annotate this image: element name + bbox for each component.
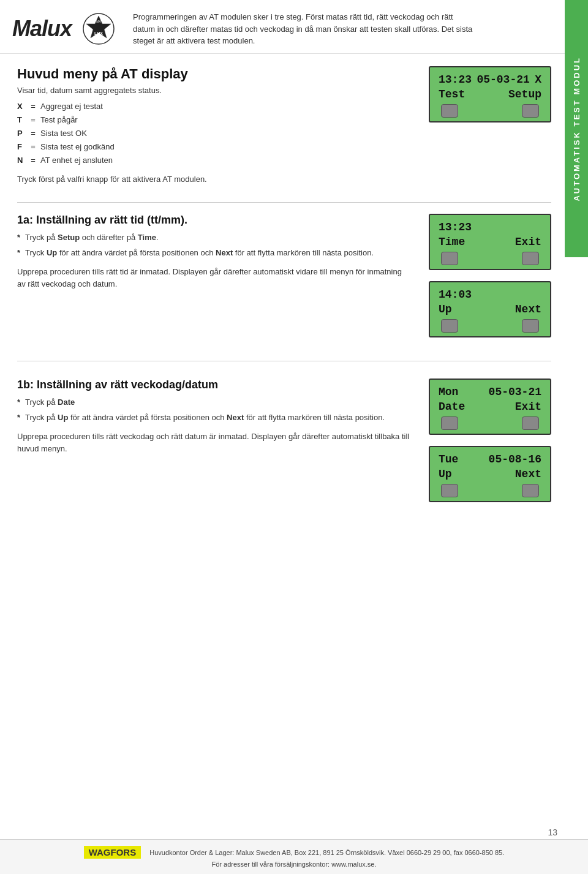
- bullet-text-1a-2: Tryck Up för att ändra värdet på första …: [25, 247, 374, 260]
- bullet-text-1a-1: Tryck på Setup och därefter på Time.: [25, 232, 159, 244]
- lcd-1a-bottom-buttons: [439, 319, 541, 333]
- lcd-1b-top-label: Date: [439, 401, 465, 413]
- lcd-1b-bottom-next: Next: [515, 468, 541, 480]
- lcd-1b-bottom-buttons: [439, 484, 541, 497]
- val-x: Aggregat ej testat: [40, 100, 103, 113]
- lcd-1a-top-buttons: [439, 252, 541, 265]
- wagfors-logo: WAGFORS: [84, 846, 141, 859]
- section-huvud-meny: Huvud meny på AT display Visar tid, datu…: [17, 66, 551, 186]
- footer-line1: Huvudkontor Order & Lager: Malux Sweden …: [149, 849, 504, 856]
- bullet-star-1b-1: *: [17, 396, 20, 409]
- svg-text:LUX: LUX: [94, 31, 103, 36]
- lcd-main-row2: Test Setup: [439, 88, 541, 100]
- eq-x: =: [28, 100, 38, 113]
- lcd-1a-bottom-row2: Up Next: [439, 303, 541, 315]
- bullet-star-2: *: [17, 247, 20, 260]
- lcd-1a-bottom-up: Up: [439, 303, 452, 315]
- section-1a: 1a: Inställning av rätt tid (tt/mm). * T…: [17, 214, 551, 344]
- lcd-1b-top-row2: Date Exit: [439, 401, 541, 413]
- lcd-1a-top: 13:23 Time Exit: [429, 214, 551, 270]
- section-1b-left: 1b: Inställning av rätt veckodag/datum *…: [17, 379, 410, 454]
- malux-emblem: LUX MA: [83, 13, 115, 45]
- bullet-1a-1: * Tryck på Setup och därefter på Time.: [17, 232, 410, 244]
- lcd-1b-top-row1: Mon 05-03-21: [439, 386, 541, 398]
- lcd-1b-top-btn-right[interactable]: [522, 416, 539, 430]
- lcd-1a-top-label: Time: [439, 236, 465, 248]
- lcd-1a-top-btn-left[interactable]: [441, 252, 458, 265]
- displays-stack-1b: Mon 05-03-21 Date Exit: [429, 379, 551, 508]
- section-1b-right: Mon 05-03-21 Date Exit: [429, 379, 551, 508]
- lcd-1a-top-btn-right[interactable]: [522, 252, 539, 265]
- malux-logo: Malux: [12, 16, 72, 42]
- side-banner: AUTOMATISK TEST MODUL: [565, 0, 588, 257]
- lcd-1b-bottom-btn-left[interactable]: [441, 484, 458, 497]
- lcd-1a-bottom-btn-right[interactable]: [522, 319, 539, 333]
- main-content: Huvud meny på AT display Visar tid, datu…: [0, 54, 588, 538]
- eq-p: =: [28, 127, 38, 140]
- lcd-1a-bottom-time: 14:03: [439, 288, 472, 301]
- eq-t: =: [28, 113, 38, 127]
- lcd-main-btn-left[interactable]: [441, 104, 458, 118]
- lcd-1b-bottom-up: Up: [439, 468, 452, 480]
- val-f: Sista test ej godkänd: [40, 140, 115, 154]
- section-1b-title: 1b: Inställning av rätt veckodag/datum: [17, 379, 410, 391]
- val-p: Sista test OK: [40, 127, 87, 140]
- divider-1: [17, 202, 551, 203]
- footer-top: WAGFORS Huvudkontor Order & Lager: Malux…: [84, 846, 505, 859]
- section-1a-right: 13:23 Time Exit 1: [429, 214, 551, 344]
- lcd-1a-bottom-row1: 14:03: [439, 288, 541, 301]
- lcd-1b-top-date: 05-03-21: [489, 386, 541, 398]
- lcd-1a-top-time: 13:23: [439, 221, 472, 233]
- lcd-1b-bottom-btn-right[interactable]: [522, 484, 539, 497]
- key-row-p: P = Sista test OK: [17, 127, 410, 140]
- lcd-1b-top-day: Mon: [439, 386, 458, 398]
- lcd-main-date: 05-03-21: [477, 73, 529, 86]
- section-1a-left: 1a: Inställning av rätt tid (tt/mm). * T…: [17, 214, 410, 290]
- section-1b-body: Upprepa proceduren tills rätt veckodag o…: [17, 431, 410, 454]
- bullet-1b-1: * Tryck på Date: [17, 396, 410, 409]
- key-row-f: F = Sista test ej godkänd: [17, 140, 410, 154]
- val-n: AT enhet ej ansluten: [40, 154, 113, 167]
- section-1a-bullets: * Tryck på Setup och därefter på Time. *…: [17, 232, 410, 260]
- lcd-1b-top-buttons: [439, 416, 541, 430]
- lcd-1a-top-exit: Exit: [515, 236, 541, 248]
- section-1b: 1b: Inställning av rätt veckodag/datum *…: [17, 379, 551, 508]
- header-intro: Programmeringen av AT modulen sker i tre…: [133, 11, 476, 47]
- bullet-1a-2: * Tryck Up för att ändra värdet på först…: [17, 247, 410, 260]
- key-f: F: [17, 140, 26, 154]
- huvud-meny-right: 13:23 05-03-21 X Test Setup: [429, 66, 551, 129]
- footer: WAGFORS Huvudkontor Order & Lager: Malux…: [0, 839, 588, 874]
- bullet-text-1b-1: Tryck på Date: [25, 396, 75, 409]
- side-banner-text: AUTOMATISK TEST MODUL: [572, 56, 581, 202]
- lcd-1a-top-row2: Time Exit: [439, 236, 541, 248]
- lcd-main-btn-right[interactable]: [522, 104, 539, 118]
- divider-2: [17, 361, 551, 361]
- lcd-1b-top-exit: Exit: [515, 401, 541, 413]
- huvud-note: Tryck först på valfri knapp för att akti…: [17, 173, 410, 186]
- key-row-x: X = Aggregat ej testat: [17, 100, 410, 113]
- eq-n: =: [28, 154, 38, 167]
- lcd-main-test: Test: [439, 88, 465, 100]
- bullet-1b-2: * Tryck på Up för att ändra värdet på fö…: [17, 412, 410, 424]
- lcd-1b-bottom-row2: Up Next: [439, 468, 541, 480]
- key-n: N: [17, 154, 26, 167]
- lcd-1a-bottom: 14:03 Up Next: [429, 281, 551, 337]
- lcd-main-status: X: [535, 73, 541, 86]
- lcd-main-buttons: [439, 104, 541, 118]
- key-x: X: [17, 100, 26, 113]
- lcd-1b-bottom-date: 05-08-16: [489, 453, 541, 465]
- huvud-meny-left: Huvud meny på AT display Visar tid, datu…: [17, 66, 410, 186]
- section-1a-title: 1a: Inställning av rätt tid (tt/mm).: [17, 214, 410, 227]
- lcd-main-time: 13:23: [439, 73, 472, 86]
- key-row-t: T = Test pågår: [17, 113, 410, 127]
- bullet-text-1b-2: Tryck på Up för att ändra värdet på förs…: [25, 412, 385, 424]
- key-val-table: X = Aggregat ej testat T = Test pågår P …: [17, 100, 410, 167]
- lcd-1a-bottom-btn-left[interactable]: [441, 319, 458, 333]
- lcd-main-row1: 13:23 05-03-21 X: [439, 73, 541, 86]
- bullet-star-1: *: [17, 232, 20, 244]
- lcd-1b-top-btn-left[interactable]: [441, 416, 458, 430]
- section-1a-body: Upprepa proceduren tills rätt tid är inm…: [17, 266, 410, 290]
- key-t: T: [17, 113, 26, 127]
- key-row-n: N = AT enhet ej ansluten: [17, 154, 410, 167]
- huvud-meny-subtitle: Visar tid, datum samt aggregatets status…: [17, 86, 410, 95]
